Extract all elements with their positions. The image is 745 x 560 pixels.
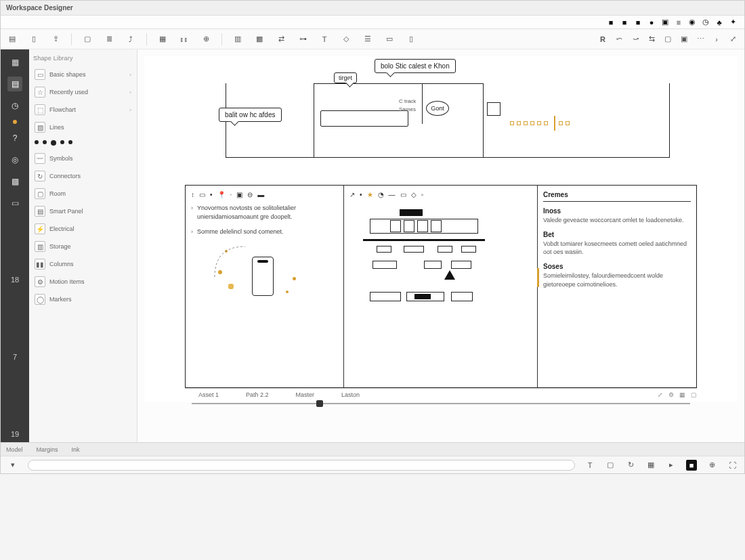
callout-left[interactable]: balit ow hc afdes (219, 108, 282, 122)
tab-2[interactable]: Path 2.2 (246, 391, 269, 398)
sidebar-item-11[interactable]: ⚙Motion Items (33, 273, 133, 290)
bb-2[interactable]: Margins (37, 446, 58, 453)
view1-icon[interactable]: ▢ (662, 33, 674, 45)
tool-text-icon[interactable]: ▬ (257, 191, 264, 198)
sidebar-item-5[interactable]: ↻Connectors (33, 167, 133, 185)
undo-icon[interactable]: ⤺ (613, 33, 625, 45)
callout-top[interactable]: bolo Stic calest e Khon (375, 59, 456, 73)
sb-box-icon[interactable]: ▢ (605, 460, 616, 471)
schematic[interactable] (349, 204, 532, 326)
close-icon[interactable]: ▢ (691, 391, 697, 398)
t-rect-icon[interactable]: ▭ (400, 191, 406, 198)
chart-icon[interactable]: ⫾⫾ (178, 33, 190, 45)
group-icon[interactable]: ▯ (28, 33, 40, 45)
punch-box[interactable] (487, 102, 501, 116)
menu-icon-1[interactable]: ■ (606, 18, 616, 27)
swap-icon[interactable]: ⇆ (645, 33, 658, 45)
rail-home-icon[interactable]: ▦ (7, 55, 22, 70)
user-icon[interactable]: ◉ (687, 18, 697, 27)
settings-icon[interactable]: ⚙ (668, 391, 674, 398)
timeline[interactable] (192, 399, 690, 408)
sidebar-item-8[interactable]: ⚡Electrical (33, 220, 133, 238)
menu-icon-3[interactable]: ■ (633, 18, 643, 27)
sb-grid-icon[interactable]: ▦ (645, 460, 656, 471)
grid-icon[interactable]: ▩ (253, 33, 265, 45)
sidebar-item-9[interactable]: ▥Storage (33, 238, 133, 255)
rail-view-icon[interactable]: ▭ (7, 196, 22, 211)
rail-layers-icon[interactable]: ▤ (7, 77, 22, 91)
sb-loop-icon[interactable]: ↻ (625, 460, 636, 471)
view2-icon[interactable]: ▣ (678, 33, 690, 45)
shape-icon[interactable]: ◇ (340, 33, 352, 45)
align-icon[interactable]: ≣ (103, 33, 115, 45)
plan-outline[interactable] (226, 83, 670, 158)
link-icon[interactable]: ⇄ (275, 33, 287, 45)
image-icon[interactable]: ▦ (156, 33, 169, 45)
partition-3[interactable] (483, 83, 484, 158)
menu-icon-6[interactable]: ≡ (674, 18, 683, 27)
add-icon[interactable]: ⊕ (200, 33, 212, 45)
canvas-area[interactable]: bolo Stic calest e Khon tirget balit ow … (137, 49, 744, 442)
t-diamond-icon[interactable]: ◇ (411, 191, 417, 198)
menu-icon[interactable]: ☰ (362, 33, 374, 45)
bb-1[interactable]: Model (6, 446, 23, 453)
rail-grid-icon[interactable]: ▩ (7, 174, 22, 189)
rail-target-icon[interactable]: ◎ (7, 152, 22, 167)
rail-help-icon[interactable]: ? (7, 131, 22, 146)
sb-play-icon[interactable]: ▸ (666, 460, 677, 471)
clock-icon[interactable]: ◷ (701, 18, 710, 27)
sb-zoom-icon[interactable]: ⊕ (706, 460, 717, 471)
t-dot-icon[interactable]: • (360, 191, 362, 198)
sidebar-item-4[interactable]: 〰Symbols (33, 150, 133, 167)
sb-dropdown-icon[interactable]: ▾ (7, 460, 18, 471)
connect-icon[interactable]: ⊶ (297, 33, 309, 45)
box3-icon[interactable]: ▭ (383, 33, 396, 45)
t-square-icon[interactable]: ▫ (421, 191, 424, 198)
bb-3[interactable]: Ink (72, 446, 80, 453)
t-star-icon[interactable]: ★ (367, 191, 373, 198)
sidebar-item-10[interactable]: ▮▮Columns (33, 255, 133, 273)
share-icon[interactable]: ⇪ (49, 33, 62, 45)
timeline-knob[interactable] (316, 400, 323, 407)
more-icon[interactable]: ⋯ (694, 33, 706, 45)
tab-1[interactable]: Asset 1 (198, 391, 219, 398)
expand-icon[interactable]: ⤢ (658, 391, 663, 398)
small-label[interactable]: tirget (334, 72, 357, 83)
tool-dot-icon[interactable]: • (210, 191, 213, 198)
menu-icon-2[interactable]: ■ (620, 18, 629, 27)
sidebar-item-2[interactable]: ⬚Flowchart› (33, 101, 133, 119)
partition-2[interactable] (422, 83, 423, 124)
command-input[interactable] (28, 460, 575, 471)
box4-icon[interactable]: ▯ (405, 33, 417, 45)
share2-icon[interactable]: ⤴ (125, 33, 137, 45)
canvas[interactable]: bolo Stic calest e Khon tirget balit ow … (144, 56, 738, 402)
sidebar-item-7[interactable]: ▤Smart Panel (33, 202, 133, 220)
bell-icon[interactable]: ♣ (715, 18, 724, 27)
tab-3[interactable]: Master (296, 391, 315, 398)
page-icon[interactable]: ▢ (81, 33, 93, 45)
sb-text-icon[interactable]: T (584, 460, 595, 471)
table-icon[interactable]: ▥ (232, 33, 244, 45)
sb-active-icon[interactable]: ■ (686, 460, 697, 471)
tool-img-icon[interactable]: ▣ (236, 191, 242, 198)
gear-icon[interactable]: ✦ (728, 18, 738, 27)
menu-icon-4[interactable]: ● (647, 18, 656, 27)
t-move-icon[interactable]: ↗ (349, 191, 355, 198)
tool-minus-icon[interactable]: ⊖ (247, 191, 253, 198)
sidebar-item-1[interactable]: ☆Recently used› (33, 83, 133, 101)
t-dash-icon[interactable]: — (389, 191, 396, 198)
sidebar-item-6[interactable]: ▢Room (33, 185, 133, 202)
forward-icon[interactable]: › (710, 33, 723, 45)
tab-4[interactable]: Laston (341, 391, 360, 398)
layers-icon[interactable]: ▤ (6, 33, 18, 45)
tool-pin-icon[interactable]: 📍 (217, 191, 226, 198)
sidebar-item-12[interactable]: ◯Markers (33, 290, 133, 308)
text-icon[interactable]: T (318, 33, 331, 45)
t-circle-icon[interactable]: ◔ (378, 191, 384, 198)
sidebar-item-0[interactable]: ▭Basic shapes› (33, 66, 133, 83)
redo-icon[interactable]: ⤻ (629, 33, 641, 45)
tool-select-icon[interactable]: ▭ (199, 191, 205, 198)
r-label[interactable]: R (597, 33, 609, 45)
inner-box[interactable] (320, 110, 408, 127)
menu-icon-5[interactable]: ▣ (660, 18, 670, 27)
